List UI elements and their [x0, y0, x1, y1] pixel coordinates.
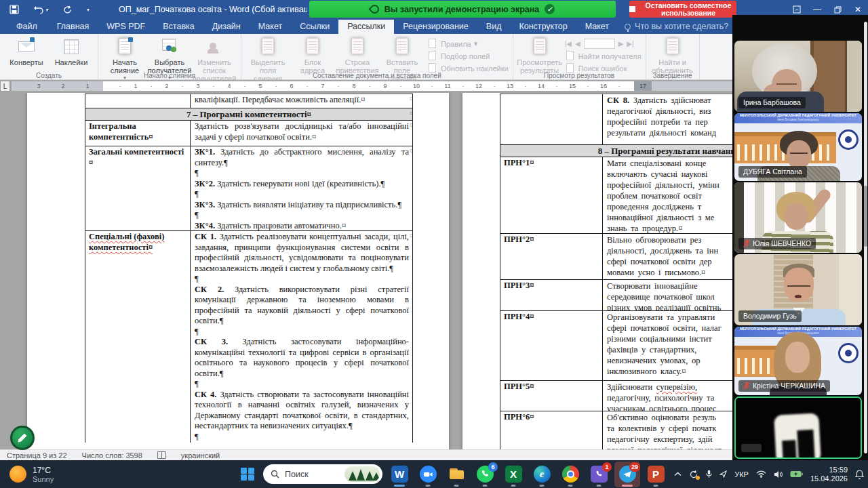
video-tile-screen[interactable]	[734, 396, 862, 459]
ribbon-tab-вставка[interactable]: Вставка	[154, 20, 203, 34]
location-icon[interactable]	[719, 470, 727, 478]
battery-icon[interactable]	[790, 470, 803, 478]
record-number-box[interactable]	[584, 39, 615, 49]
page-indicator[interactable]: Страница 9 из 22	[7, 451, 67, 460]
mic-icon[interactable]	[706, 470, 712, 479]
ribbon-tab-макет[interactable]: Макет	[250, 20, 291, 34]
decor	[424, 472, 429, 476]
chevron-up-icon[interactable]	[674, 472, 682, 476]
table-cell-label[interactable]: ПРН°6¤	[500, 411, 603, 449]
table-cell-label[interactable]: Спеціальні (фахові) компетентності¤	[85, 231, 191, 443]
ribbon-button-найти-получателя[interactable]: Найти получателя	[565, 51, 642, 61]
ribbon-group-просмотр-результатов: Просмотреть результаты|◀◀▶▶|Найти получа…	[513, 34, 646, 80]
tab-selector[interactable]: L	[0, 81, 10, 92]
sync-icon[interactable]	[689, 470, 698, 479]
ribbon-button-просмотреть-результаты[interactable]: Просмотреть результаты	[517, 36, 562, 75]
table-cell-label[interactable]: Загальні компетентності ¤	[85, 146, 191, 230]
table-cell-label[interactable]: ПРН°3¤	[500, 280, 603, 310]
video-tile-ірина-барбашова[interactable]: Ірина Барбашова	[734, 41, 862, 112]
wifi-icon[interactable]	[756, 470, 766, 478]
table-cell-label[interactable]	[500, 94, 603, 144]
table-cell-label[interactable]: ПРН°5¤	[500, 381, 603, 411]
taskbar-app-zoom[interactable]	[415, 462, 441, 487]
ribbon-tab-конструктор[interactable]: Конструктор	[510, 20, 576, 34]
customize-quick-access-icon[interactable]: ▾	[87, 7, 90, 13]
decor	[9, 5, 19, 14]
table-cell-label[interactable]: ПРН°1¤	[500, 157, 603, 233]
taskbar-app-whatsapp[interactable]: 6	[472, 462, 498, 487]
undo-dropdown-caret[interactable]: ▾	[45, 7, 48, 13]
ribbon-tab-ссылки[interactable]: Ссылки	[291, 20, 338, 34]
taskbar-app-word[interactable]: W	[387, 462, 412, 487]
ribbon-button-подбор-полей[interactable]: Подбор полей	[427, 51, 509, 61]
taskbar-app-excel[interactable]: X	[500, 462, 526, 487]
video-tile-юлія-шевченко[interactable]: Юлія ШЕВЧЕНКО	[734, 182, 862, 253]
taskbar-app-explorer[interactable]	[443, 462, 469, 487]
text-segment: Спеціальні (фахові) компетентності¤	[89, 232, 164, 252]
taskbar-app-powerpoint[interactable]: P	[643, 462, 669, 487]
taskbar-app-edge[interactable]: e	[529, 462, 555, 487]
table-cell-body[interactable]: СК 1. Здатність реалізовувати концептуал…	[191, 231, 412, 443]
ribbon-tab-макет[interactable]: Макет	[576, 20, 618, 34]
table-cell-label[interactable]	[85, 94, 191, 108]
clock[interactable]: 15:59 15.04.2026	[810, 466, 848, 483]
language-indicator[interactable]: украинский	[181, 451, 220, 460]
table-cell-body[interactable]: кваліфікації. Передбачає можливість апел…	[191, 94, 412, 108]
word-count[interactable]: Число слов: 3598	[82, 451, 142, 460]
running-indicator	[568, 485, 573, 487]
video-tile-володимир-гузь[interactable]: Володимир Гузь	[734, 254, 862, 325]
ribbon-button-строка-приветствия[interactable]: Строка приветствия	[335, 36, 380, 75]
table-cell-body[interactable]: Здатність розв'язувати дослідницькі та/а…	[191, 121, 412, 146]
ribbon-button-правила[interactable]: Правила ▾	[427, 39, 509, 49]
explorer-icon	[448, 466, 465, 483]
ribbon-button-конверты[interactable]: Конверты	[4, 36, 49, 66]
pencil-icon	[17, 432, 28, 443]
video-tile-дубяга-світлана[interactable]: МЕЛІТОПОЛЬСЬКИЙ ДЕРЖАВНИЙ ПЕДАГОГІЧНИЙ У…	[734, 113, 862, 181]
ribbon-button-блок-адреса[interactable]: Блок адреса	[290, 36, 335, 75]
start-button[interactable]	[236, 463, 259, 486]
undo-icon[interactable]: ▾	[34, 5, 48, 14]
redo-icon[interactable]	[63, 5, 72, 14]
weather-widget[interactable]: 17°C Sunny	[9, 466, 54, 483]
search-highlight-image[interactable]	[344, 466, 380, 482]
previous-record-icon[interactable]: ◀	[575, 40, 580, 47]
ruler-tick: ·	[244, 81, 246, 91]
ribbon-tab-рецензирование[interactable]: Рецензирование	[394, 20, 477, 34]
save-icon[interactable]	[9, 5, 19, 14]
next-record-icon[interactable]: ▶	[618, 40, 624, 47]
ribbon-tab-главная[interactable]: Главная	[48, 20, 98, 34]
video-tile-крістіна-черкашина[interactable]: МЕЛІТОПОЛЬСЬКИЙ ДЕРЖАВНИЙ ПЕДАГОГІЧНИЙ У…	[734, 327, 862, 395]
bell-icon[interactable]	[855, 470, 864, 479]
taskbar-app-telegram[interactable]: 29	[614, 462, 640, 487]
lines	[398, 41, 406, 51]
ribbon-tab-wps-pdf[interactable]: WPS PDF	[98, 20, 154, 34]
ribbon-button-наклейки[interactable]: Наклейки	[49, 36, 94, 66]
stop-share-button[interactable]: Остановить совместное использование	[629, 1, 736, 18]
tell-me-box[interactable]: Что вы хотите сделать?	[618, 20, 735, 34]
search-box[interactable]: Поиск	[263, 464, 382, 484]
ruler-number: 2	[165, 81, 168, 91]
table-cell-label[interactable]: ПРН°4¤	[500, 311, 603, 380]
volume-icon[interactable]	[774, 470, 783, 479]
ribbon-mini-column: |◀◀▶▶|Найти получателяПоиск ошибок	[565, 36, 642, 73]
annotate-button[interactable]	[10, 426, 35, 450]
ruler-strip[interactable]: 17 32112345678910111213141516···········…	[12, 81, 732, 91]
taskbar-app-viber[interactable]: 1	[586, 462, 612, 487]
ribbon-tab-файл[interactable]: Файл	[5, 20, 48, 34]
proofing-icon[interactable]	[157, 451, 166, 459]
table-cell-label[interactable]: Інтегральна компетентність¤	[85, 121, 191, 146]
last-record-icon[interactable]: ▶|	[627, 40, 633, 47]
ribbon-tab-дизайн[interactable]: Дизайн	[203, 20, 250, 34]
text-segment: ЗК°4.	[195, 221, 215, 230]
language-switcher[interactable]: УКР	[734, 470, 749, 479]
taskbar-app-chrome[interactable]	[557, 462, 583, 487]
table-cell-body[interactable]: ЗК°1. Здатність до абстрактного мислення…	[191, 146, 412, 230]
decor	[241, 468, 247, 474]
decor	[423, 470, 433, 479]
first-record-icon[interactable]: |◀	[565, 40, 572, 47]
video-panel-scrollbar[interactable]	[864, 22, 867, 453]
ribbon-tab-рассылки[interactable]: Рассылки	[338, 20, 394, 34]
table-cell-label[interactable]: ПРН°2¤	[500, 234, 603, 279]
ribbon-tab-вид[interactable]: Вид	[477, 20, 511, 34]
decor	[797, 430, 814, 459]
